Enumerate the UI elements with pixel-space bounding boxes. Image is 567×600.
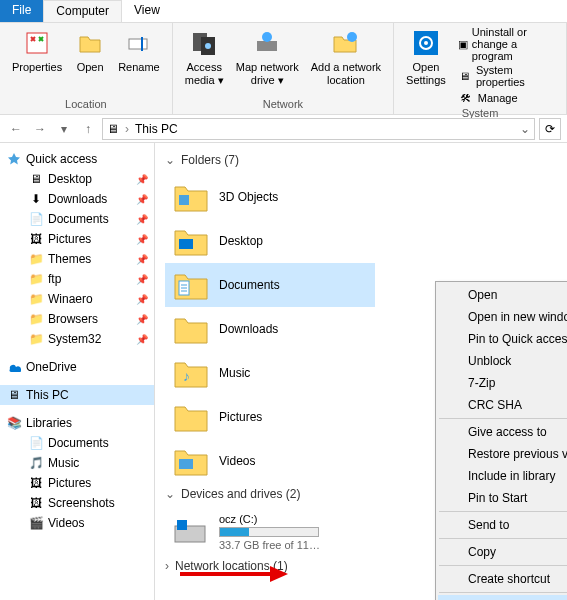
address-bar: ← → ▾ ↑ 🖥 › This PC ⌄ ⟳ bbox=[0, 115, 567, 143]
open-icon bbox=[74, 27, 106, 59]
sidebar-item-ftp[interactable]: 📁ftp📌 bbox=[0, 269, 154, 289]
map-drive-icon bbox=[251, 27, 283, 59]
tab-file[interactable]: File bbox=[0, 0, 43, 22]
drive-icon bbox=[171, 514, 211, 550]
menu-tabs: File Computer View bbox=[0, 0, 567, 23]
ribbon-add-location[interactable]: Add a network location bbox=[305, 25, 387, 89]
folder-pictures[interactable]: Pictures bbox=[165, 395, 375, 439]
ribbon-uninstall[interactable]: ▣Uninstall or change a program bbox=[452, 25, 560, 63]
sidebar-onedrive[interactable]: OneDrive bbox=[0, 357, 154, 377]
context-menu: OpenOpen in new windowPin to Quick acces… bbox=[435, 281, 567, 600]
folder-icon: 📁 bbox=[28, 291, 44, 307]
svg-point-8 bbox=[347, 32, 357, 42]
context-separator bbox=[439, 538, 567, 539]
ribbon-rename[interactable]: Rename bbox=[112, 25, 166, 76]
context-separator bbox=[439, 592, 567, 593]
nav-forward[interactable]: → bbox=[30, 119, 50, 139]
sidebar-item-desktop[interactable]: 🖥Desktop📌 bbox=[0, 169, 154, 189]
sidebar-item-documents[interactable]: 📄Documents📌 bbox=[0, 209, 154, 229]
address-field[interactable]: 🖥 › This PC ⌄ bbox=[102, 118, 535, 140]
ribbon-access-media[interactable]: Access media ▾ bbox=[179, 25, 230, 89]
nav-up[interactable]: ↑ bbox=[78, 119, 98, 139]
sidebar-quick-access[interactable]: Quick access bbox=[0, 149, 154, 169]
folder-icon: 📁 bbox=[28, 311, 44, 327]
svg-rect-0 bbox=[27, 33, 47, 53]
ribbon-properties[interactable]: Properties bbox=[6, 25, 68, 76]
rename-icon bbox=[123, 27, 155, 59]
folder-videos[interactable]: Videos bbox=[165, 439, 375, 483]
sidebar-lib-documents[interactable]: 📄Documents bbox=[0, 433, 154, 453]
context-separator bbox=[439, 418, 567, 419]
nav-back[interactable]: ← bbox=[6, 119, 26, 139]
drive-usage-bar bbox=[219, 527, 319, 537]
context-item-include-in-library[interactable]: Include in library› bbox=[438, 465, 567, 487]
context-item-pin-to-quick-access[interactable]: Pin to Quick access bbox=[438, 328, 567, 350]
ribbon-group-system: Open Settings ▣Uninstall or change a pro… bbox=[394, 23, 567, 114]
ribbon-sysprops[interactable]: 🖥System properties bbox=[452, 63, 560, 89]
folder-desktop[interactable]: Desktop bbox=[165, 219, 375, 263]
sidebar-libraries[interactable]: 📚Libraries bbox=[0, 413, 154, 433]
svg-point-7 bbox=[262, 32, 272, 42]
sidebar-item-winaero[interactable]: 📁Winaero📌 bbox=[0, 289, 154, 309]
folder-icon: 📁 bbox=[28, 251, 44, 267]
sidebar-item-system32[interactable]: 📁System32📌 bbox=[0, 329, 154, 349]
pin-icon: 📌 bbox=[136, 294, 148, 305]
folder-icon bbox=[171, 399, 211, 435]
svg-rect-2 bbox=[141, 37, 143, 51]
context-item-send-to[interactable]: Send to› bbox=[438, 514, 567, 536]
svg-text:♪: ♪ bbox=[183, 368, 190, 384]
sidebar-item-themes[interactable]: 📁Themes📌 bbox=[0, 249, 154, 269]
context-item-open-in-new-window[interactable]: Open in new window bbox=[438, 306, 567, 328]
context-item-open[interactable]: Open bbox=[438, 284, 567, 306]
tab-view[interactable]: View bbox=[122, 0, 172, 22]
explorer-body: Quick access 🖥Desktop📌 ⬇Downloads📌 📄Docu… bbox=[0, 143, 567, 600]
ribbon-map-drive[interactable]: Map network drive ▾ bbox=[230, 25, 305, 89]
ribbon-manage[interactable]: 🛠Manage bbox=[452, 89, 560, 107]
sidebar-item-downloads[interactable]: ⬇Downloads📌 bbox=[0, 189, 154, 209]
drive-status: 33.7 GB free of 11… bbox=[219, 539, 320, 551]
sidebar-lib-videos[interactable]: 🎬Videos bbox=[0, 513, 154, 533]
tab-computer[interactable]: Computer bbox=[43, 0, 122, 22]
context-separator bbox=[439, 565, 567, 566]
star-icon bbox=[6, 151, 22, 167]
context-item-create-shortcut[interactable]: Create shortcut bbox=[438, 568, 567, 590]
context-item-crc-sha[interactable]: CRC SHA› bbox=[438, 394, 567, 416]
ribbon-open[interactable]: Open bbox=[68, 25, 112, 76]
content-pane: ⌄ Folders (7) 3D Objects Desktop Documen… bbox=[155, 143, 567, 600]
context-item-restore-previous-versions[interactable]: Restore previous versions bbox=[438, 443, 567, 465]
folder-documents[interactable]: Documents bbox=[165, 263, 375, 307]
folders-section-header[interactable]: ⌄ Folders (7) bbox=[165, 153, 557, 167]
annotation-arrow bbox=[180, 564, 290, 587]
sidebar-item-pictures[interactable]: 🖼Pictures📌 bbox=[0, 229, 154, 249]
sidebar-lib-pictures[interactable]: 🖼Pictures bbox=[0, 473, 154, 493]
properties-icon bbox=[21, 27, 53, 59]
ribbon-open-settings[interactable]: Open Settings bbox=[400, 25, 452, 89]
sidebar-this-pc[interactable]: 🖥This PC bbox=[0, 385, 154, 405]
pictures-icon: 🖼 bbox=[28, 495, 44, 511]
ribbon-group-location: Properties Open Rename Location bbox=[0, 23, 173, 114]
sidebar-lib-screenshots[interactable]: 🖼Screenshots bbox=[0, 493, 154, 513]
context-item-7-zip[interactable]: 7-Zip› bbox=[438, 372, 567, 394]
add-location-icon bbox=[330, 27, 362, 59]
refresh-button[interactable]: ⟳ bbox=[539, 118, 561, 140]
folder-icon bbox=[171, 311, 211, 347]
context-item-give-access-to[interactable]: Give access to› bbox=[438, 421, 567, 443]
sidebar-item-browsers[interactable]: 📁Browsers📌 bbox=[0, 309, 154, 329]
svg-rect-1 bbox=[129, 39, 147, 49]
folder-downloads[interactable]: Downloads bbox=[165, 307, 375, 351]
folder-icon bbox=[171, 179, 211, 215]
chevron-right-icon: › bbox=[165, 559, 169, 573]
nav-recent-dropdown[interactable]: ▾ bbox=[54, 119, 74, 139]
context-item-properties[interactable]: Properties bbox=[438, 595, 567, 600]
context-item-copy[interactable]: Copy bbox=[438, 541, 567, 563]
folder-3d-objects[interactable]: 3D Objects bbox=[165, 175, 375, 219]
downloads-icon: ⬇ bbox=[28, 191, 44, 207]
pin-icon: 📌 bbox=[136, 214, 148, 225]
sidebar-lib-music[interactable]: 🎵Music bbox=[0, 453, 154, 473]
svg-rect-16 bbox=[179, 459, 193, 469]
thispc-icon: 🖥 bbox=[107, 122, 119, 136]
context-item-pin-to-start[interactable]: Pin to Start bbox=[438, 487, 567, 509]
drive-c[interactable]: ocz (C:) 33.7 GB free of 11… bbox=[171, 513, 320, 551]
context-item-unblock[interactable]: Unblock› bbox=[438, 350, 567, 372]
folder-music[interactable]: ♪Music bbox=[165, 351, 375, 395]
